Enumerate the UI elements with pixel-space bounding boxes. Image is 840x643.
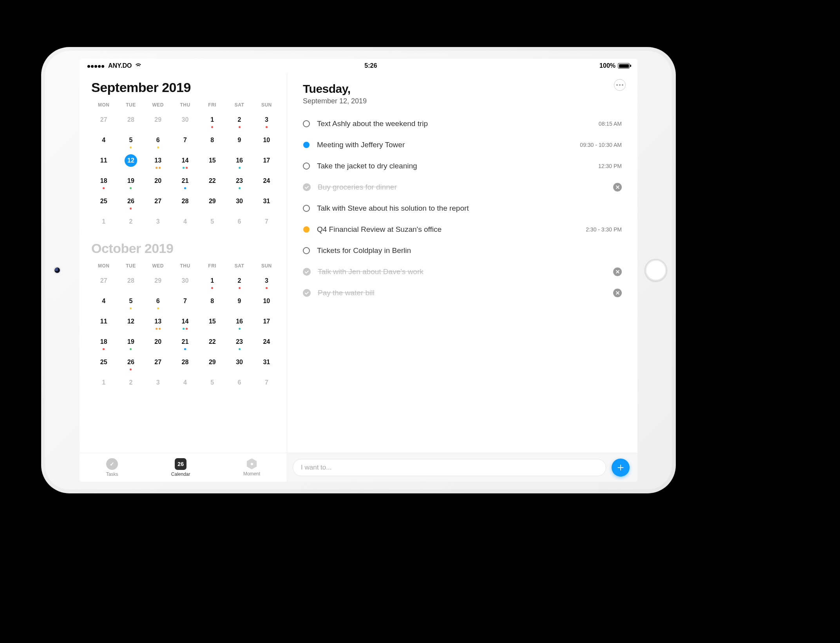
task-row[interactable]: Tickets for Coldplay in Berlin xyxy=(303,240,622,261)
calendar-day[interactable]: 24 xyxy=(254,333,279,351)
calendar-day[interactable]: 17 xyxy=(254,312,279,331)
calendar-day[interactable]: 31 xyxy=(254,353,279,371)
calendar-day[interactable]: 22 xyxy=(200,333,224,351)
task-checkbox[interactable] xyxy=(303,205,310,212)
calendar-day[interactable]: 2 xyxy=(227,272,252,290)
home-button[interactable] xyxy=(644,259,667,282)
calendar-day[interactable]: 21 xyxy=(173,333,197,351)
calendar-day[interactable]: 7 xyxy=(254,213,279,231)
calendar-day[interactable]: 20 xyxy=(146,172,170,190)
calendar-day[interactable]: 8 xyxy=(200,131,224,149)
calendar-day[interactable]: 7 xyxy=(254,374,279,392)
calendar-day[interactable]: 30 xyxy=(173,111,197,129)
calendar-day[interactable]: 15 xyxy=(200,152,224,170)
calendar-day[interactable]: 6 xyxy=(146,131,170,149)
calendar-day[interactable]: 2 xyxy=(227,111,252,129)
calendar-day[interactable]: 6 xyxy=(146,292,170,310)
task-checkbox[interactable] xyxy=(303,163,310,170)
more-button[interactable] xyxy=(614,79,626,91)
task-row[interactable]: Meeting with Jeffery Tower09:30 - 10:30 … xyxy=(303,134,622,155)
calendar-day[interactable]: 28 xyxy=(118,272,143,290)
calendar-day[interactable]: 29 xyxy=(200,192,224,210)
calendar-day[interactable]: 19 xyxy=(118,333,143,351)
calendar-day[interactable]: 29 xyxy=(200,353,224,371)
task-row[interactable]: Take the jacket to dry cleaning12:30 PM xyxy=(303,155,622,177)
calendar-day[interactable]: 31 xyxy=(254,192,279,210)
calendar-day[interactable]: 4 xyxy=(91,131,116,149)
calendar-day[interactable]: 28 xyxy=(173,353,197,371)
calendar-day[interactable]: 30 xyxy=(173,272,197,290)
calendar-day[interactable]: 14 xyxy=(173,312,197,331)
calendar-day[interactable]: 14 xyxy=(173,152,197,170)
calendar-day[interactable]: 1 xyxy=(91,213,116,231)
add-button[interactable] xyxy=(612,459,630,477)
calendar-day[interactable]: 28 xyxy=(173,192,197,210)
delete-task-button[interactable] xyxy=(613,183,622,191)
calendar-day[interactable]: 5 xyxy=(200,213,224,231)
task-row[interactable]: Q4 Financial Review at Suzan's office2:3… xyxy=(303,219,622,240)
calendar-day[interactable]: 29 xyxy=(146,111,170,129)
calendar-day[interactable]: 10 xyxy=(254,131,279,149)
calendar-day[interactable]: 26 xyxy=(118,192,143,210)
calendar-day[interactable]: 18 xyxy=(91,172,116,190)
calendar-day[interactable]: 1 xyxy=(200,272,224,290)
calendar-day[interactable]: 1 xyxy=(200,111,224,129)
calendar-day[interactable]: 13 xyxy=(146,152,170,170)
calendar-day[interactable]: 7 xyxy=(173,131,197,149)
calendar-day[interactable]: 23 xyxy=(227,333,252,351)
task-checkbox[interactable] xyxy=(303,247,310,254)
calendar-day[interactable]: 3 xyxy=(254,111,279,129)
calendar-day[interactable]: 2 xyxy=(118,213,143,231)
tab-moment[interactable]: Moment xyxy=(243,459,260,477)
calendar-day[interactable]: 6 xyxy=(227,374,252,392)
calendar-day[interactable]: 23 xyxy=(227,172,252,190)
calendar-day[interactable]: 30 xyxy=(227,192,252,210)
calendar-day[interactable]: 24 xyxy=(254,172,279,190)
task-list[interactable]: Text Ashly about the weekend trip08:15 A… xyxy=(287,109,637,453)
calendar-day[interactable]: 5 xyxy=(118,292,143,310)
task-row[interactable]: Buy groceries for dinner xyxy=(303,177,622,198)
calendar-day[interactable]: 30 xyxy=(227,353,252,371)
calendar-day[interactable]: 28 xyxy=(118,111,143,129)
calendar-day[interactable]: 18 xyxy=(91,333,116,351)
calendar-day[interactable]: 19 xyxy=(118,172,143,190)
calendar-day[interactable]: 11 xyxy=(91,152,116,170)
tab-calendar[interactable]: 26 Calendar xyxy=(171,458,190,477)
calendar-day[interactable]: 16 xyxy=(227,152,252,170)
calendar-day[interactable]: 27 xyxy=(146,192,170,210)
calendar-day[interactable]: 15 xyxy=(200,312,224,331)
calendar-day[interactable]: 12 xyxy=(118,152,143,170)
task-done-icon[interactable] xyxy=(303,183,311,191)
delete-task-button[interactable] xyxy=(613,267,622,276)
calendar-day[interactable]: 4 xyxy=(173,213,197,231)
calendar-day[interactable]: 16 xyxy=(227,312,252,331)
calendar-day[interactable]: 12 xyxy=(118,312,143,331)
quick-add-input[interactable] xyxy=(293,459,606,476)
calendar-day[interactable]: 9 xyxy=(227,292,252,310)
calendar-day[interactable]: 26 xyxy=(118,353,143,371)
delete-task-button[interactable] xyxy=(613,289,622,297)
calendar-day[interactable]: 17 xyxy=(254,152,279,170)
calendar-day[interactable]: 11 xyxy=(91,312,116,331)
task-done-icon[interactable] xyxy=(303,268,311,276)
task-row[interactable]: Pay the water bill xyxy=(303,282,622,303)
calendar-day[interactable]: 3 xyxy=(146,374,170,392)
calendar-day[interactable]: 29 xyxy=(146,272,170,290)
calendar-day[interactable]: 21 xyxy=(173,172,197,190)
task-row[interactable]: Talk with Steve about his solution to th… xyxy=(303,198,622,219)
calendar-day[interactable]: 27 xyxy=(91,272,116,290)
calendar-day[interactable]: 27 xyxy=(146,353,170,371)
calendar-day[interactable]: 5 xyxy=(200,374,224,392)
calendar-day[interactable]: 4 xyxy=(91,292,116,310)
calendar-day[interactable]: 10 xyxy=(254,292,279,310)
calendar-day[interactable]: 25 xyxy=(91,353,116,371)
calendar-day[interactable]: 2 xyxy=(118,374,143,392)
calendar-day[interactable]: 3 xyxy=(254,272,279,290)
calendar-day[interactable]: 22 xyxy=(200,172,224,190)
calendar-day[interactable]: 8 xyxy=(200,292,224,310)
calendar-day[interactable]: 25 xyxy=(91,192,116,210)
task-done-icon[interactable] xyxy=(303,289,311,297)
calendar-day[interactable]: 9 xyxy=(227,131,252,149)
calendar-day[interactable]: 5 xyxy=(118,131,143,149)
calendar-day[interactable]: 3 xyxy=(146,213,170,231)
